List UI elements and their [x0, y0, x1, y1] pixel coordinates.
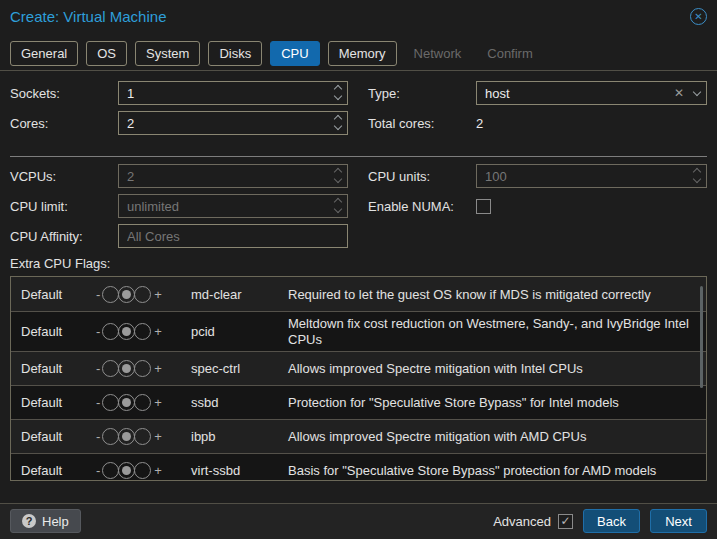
create-vm-dialog: Create: Virtual Machine ✕ General OS Sys…: [0, 0, 717, 539]
cpu-units-label: CPU units:: [348, 164, 476, 188]
spinner-down-icon: [693, 175, 701, 183]
sockets-spinner-arrows[interactable]: [335, 86, 341, 99]
plus-button[interactable]: +: [151, 361, 165, 376]
flag-level: Default: [21, 287, 93, 302]
flag-level: Default: [21, 324, 93, 339]
vcpus-label: VCPUs:: [0, 164, 118, 188]
flag-description: Allows improved Spectre mitigation with …: [288, 360, 692, 377]
advanced-label: Advanced: [493, 514, 551, 529]
cpu-units-spinner-arrows: [694, 169, 700, 182]
tristate-default-radio[interactable]: [118, 394, 135, 411]
tristate-on-radio[interactable]: [134, 428, 151, 445]
next-button[interactable]: Next: [650, 509, 707, 533]
tristate-off-radio[interactable]: [102, 428, 119, 445]
flag-level: Default: [21, 395, 93, 410]
vcpus-spinner: [118, 164, 348, 188]
tab-cpu[interactable]: CPU: [270, 41, 319, 66]
tab-system[interactable]: System: [135, 41, 200, 66]
tristate-off-radio[interactable]: [102, 286, 119, 303]
cores-spinner[interactable]: [118, 111, 348, 135]
sockets-label: Sockets:: [0, 81, 118, 105]
cpu-affinity-label: CPU Affinity:: [0, 224, 118, 248]
spinner-down-icon: [334, 205, 342, 213]
tab-general[interactable]: General: [10, 41, 78, 66]
tab-disks[interactable]: Disks: [208, 41, 262, 66]
cpu-type-combobox[interactable]: [476, 81, 707, 105]
tristate-off-radio[interactable]: [102, 394, 119, 411]
help-button[interactable]: ? Help: [10, 509, 81, 533]
tristate-on-radio[interactable]: [134, 360, 151, 377]
flag-tristate-control[interactable]: - +: [93, 323, 191, 340]
sockets-spinner[interactable]: [118, 81, 348, 105]
spinner-down-icon[interactable]: [334, 92, 342, 100]
cpu-limit-label: CPU limit:: [0, 194, 118, 218]
table-row: Default - + pcid Meltdown fix cost reduc…: [11, 312, 706, 352]
chevron-down-icon[interactable]: [693, 87, 701, 95]
plus-button[interactable]: +: [151, 324, 165, 339]
plus-button[interactable]: +: [151, 463, 165, 478]
advanced-checkbox[interactable]: ✓: [558, 514, 573, 529]
extra-cpu-flags-label: Extra CPU Flags:: [10, 256, 110, 271]
flag-tristate-control[interactable]: - +: [93, 394, 191, 411]
tab-memory[interactable]: Memory: [328, 41, 397, 66]
footer-bar: ? Help Advanced ✓ Back Next: [0, 504, 717, 539]
tristate-default-radio[interactable]: [118, 462, 135, 479]
vcpus-spinner-arrows: [335, 169, 341, 182]
flag-description: Protection for "Speculative Store Bypass…: [288, 394, 692, 411]
cpu-flags-table: Default - + md-clear Required to let the…: [10, 276, 707, 481]
type-label: Type:: [348, 81, 476, 105]
plus-button[interactable]: +: [151, 395, 165, 410]
cores-spinner-arrows[interactable]: [335, 116, 341, 129]
flag-tristate-control[interactable]: - +: [93, 286, 191, 303]
spinner-down-icon: [334, 175, 342, 183]
flag-name: virt-ssbd: [191, 463, 288, 478]
table-scrollbar[interactable]: [700, 286, 703, 388]
total-cores-value: 2: [476, 111, 707, 135]
back-button[interactable]: Back: [583, 509, 640, 533]
table-row: Default - + virt-ssbd Basis for "Specula…: [11, 454, 706, 481]
plus-button[interactable]: +: [151, 287, 165, 302]
help-button-label: Help: [42, 514, 69, 529]
close-icon[interactable]: ✕: [690, 8, 707, 25]
tristate-default-radio[interactable]: [118, 323, 135, 340]
cpu-basic-form: Sockets: Type: ✕ Cores: Total cores: 2: [0, 81, 717, 135]
flag-description: Allows improved Spectre mitigation with …: [288, 428, 692, 445]
spinner-down-icon[interactable]: [334, 122, 342, 130]
tristate-off-radio[interactable]: [102, 360, 119, 377]
plus-button[interactable]: +: [151, 429, 165, 444]
flag-name: md-clear: [191, 287, 288, 302]
cpu-limit-spinner-arrows: [335, 199, 341, 212]
cores-label: Cores:: [0, 111, 118, 135]
flag-description: Required to let the guest OS know if MDS…: [288, 286, 692, 303]
help-icon: ?: [22, 514, 36, 528]
table-row: Default - + spec-ctrl Allows improved Sp…: [11, 352, 706, 386]
enable-numa-label: Enable NUMA:: [348, 194, 476, 218]
tristate-on-radio[interactable]: [134, 286, 151, 303]
flag-tristate-control[interactable]: - +: [93, 462, 191, 479]
tristate-default-radio[interactable]: [118, 428, 135, 445]
tristate-off-radio[interactable]: [102, 323, 119, 340]
tristate-off-radio[interactable]: [102, 462, 119, 479]
flag-tristate-control[interactable]: - +: [93, 360, 191, 377]
cpu-affinity-input[interactable]: [118, 224, 348, 248]
flag-tristate-control[interactable]: - +: [93, 428, 191, 445]
section-divider: [10, 156, 707, 157]
tristate-default-radio[interactable]: [118, 286, 135, 303]
dialog-title: Create: Virtual Machine: [10, 8, 166, 25]
tristate-on-radio[interactable]: [134, 323, 151, 340]
cpu-limit-spinner: [118, 194, 348, 218]
tristate-default-radio[interactable]: [118, 360, 135, 377]
cpu-advanced-form: VCPUs: CPU units: CPU limit: Enable NUMA…: [0, 164, 717, 248]
table-row: Default - + md-clear Required to let the…: [11, 277, 706, 312]
tab-os[interactable]: OS: [86, 41, 127, 66]
flag-name: ssbd: [191, 395, 288, 410]
flag-name: spec-ctrl: [191, 361, 288, 376]
enable-numa-checkbox[interactable]: [476, 199, 491, 214]
flag-level: Default: [21, 361, 93, 376]
flag-description: Meltdown fix cost reduction on Westmere,…: [288, 315, 692, 348]
flag-name: ibpb: [191, 429, 288, 444]
tristate-on-radio[interactable]: [134, 462, 151, 479]
clear-icon[interactable]: ✕: [674, 86, 684, 100]
tabbar-divider: [0, 70, 717, 71]
tristate-on-radio[interactable]: [134, 394, 151, 411]
